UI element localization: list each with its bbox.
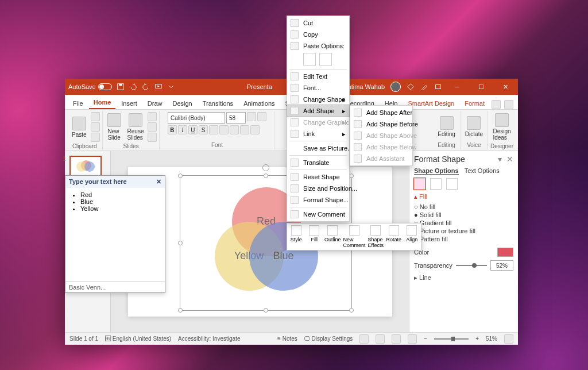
ctx-change-shape[interactable]: Change Shape▸ (287, 94, 349, 105)
ctx-save-as-picture[interactable]: Save as Picture... (287, 142, 349, 154)
reading-view-icon[interactable] (392, 334, 401, 344)
toggle-off-icon[interactable] (98, 83, 112, 90)
reset-icon[interactable] (148, 122, 157, 132)
resize-handle[interactable] (349, 308, 354, 313)
pen-icon[interactable] (420, 83, 428, 91)
status-language[interactable]: 🅊 English (United States) (105, 336, 171, 342)
effects-icon[interactable] (430, 178, 442, 190)
tab-home[interactable]: Home (89, 97, 116, 109)
save-icon[interactable] (117, 83, 125, 91)
ribbon-display-icon[interactable] (434, 83, 442, 91)
size-properties-icon[interactable] (446, 178, 458, 190)
paste-option-1[interactable] (303, 53, 316, 65)
underline-button[interactable]: U (188, 125, 198, 134)
mini-outline-button[interactable]: Outline (323, 223, 342, 250)
fit-to-window-icon[interactable] (504, 334, 513, 344)
close-button[interactable]: ✕ (496, 79, 514, 95)
layout-icon[interactable] (148, 112, 157, 121)
change-case-icon[interactable] (230, 125, 239, 134)
comments-button[interactable] (504, 100, 513, 109)
ctx-add-shape[interactable]: Add Shape▸ (287, 105, 349, 117)
transparency-spinbox[interactable]: 52% (490, 260, 513, 271)
dictate-button[interactable]: Dictate (463, 115, 485, 138)
transparency-slider[interactable] (456, 265, 487, 266)
fill-line-icon[interactable] (414, 178, 425, 190)
sorter-view-icon[interactable] (376, 334, 385, 344)
line-section-header[interactable]: ▸ Line (414, 274, 513, 282)
diamond-icon[interactable] (407, 83, 415, 91)
ctx-cut[interactable]: Cut (287, 17, 349, 29)
list-item[interactable]: Yellow (80, 205, 159, 212)
ctx-font[interactable]: Font... (287, 82, 349, 94)
ctx-translate[interactable]: Translate (287, 157, 349, 168)
mini-style-button[interactable]: Style (287, 223, 305, 250)
fill-radio-picture[interactable]: ○ Picture or texture fill (414, 227, 513, 235)
tab-animations[interactable]: Animations (239, 98, 279, 109)
font-size-combo[interactable]: 58 (226, 112, 246, 124)
ctx-format-shape[interactable]: Format Shape... (287, 194, 349, 206)
cut-icon[interactable] (91, 112, 100, 121)
tab-draw[interactable]: Draw (143, 98, 167, 109)
minimize-button[interactable]: ─ (448, 79, 466, 95)
font-name-combo[interactable]: Calibri (Body) (168, 112, 225, 124)
mini-comment-button[interactable]: New Comment (342, 223, 367, 250)
resize-handle[interactable] (178, 174, 183, 178)
editing-button[interactable]: Editing (435, 115, 458, 138)
ctx-reset-shape[interactable]: Reset Shape (287, 171, 349, 183)
copy-icon[interactable] (91, 122, 100, 132)
resize-handle[interactable] (178, 308, 183, 313)
text-pane-close-icon[interactable]: ✕ (156, 178, 161, 186)
resize-handle[interactable] (264, 308, 268, 313)
maximize-button[interactable]: ☐ (472, 79, 490, 95)
paste-option-2[interactable] (319, 53, 332, 65)
list-item[interactable]: Blue (80, 198, 159, 205)
mini-align-button[interactable]: Align (403, 223, 420, 250)
pane-close-icon[interactable]: ✕ (506, 155, 513, 164)
status-slide-count[interactable]: Slide 1 of 1 (69, 336, 98, 342)
slide-thumbnail[interactable] (69, 156, 102, 176)
paste-button[interactable]: Paste (69, 115, 89, 139)
fill-radio-gradient[interactable]: ○ Gradient fill (414, 219, 513, 227)
autosave-toggle[interactable]: AutoSave (68, 83, 112, 90)
zoom-level[interactable]: 51% (486, 336, 497, 342)
mini-fill-button[interactable]: Fill (305, 223, 323, 250)
fill-radio-solid[interactable]: ● Solid fill (414, 211, 513, 219)
resize-handle[interactable] (178, 241, 183, 245)
reuse-slides-button[interactable]: Reuse Slides (125, 112, 146, 142)
italic-button[interactable]: I (178, 125, 187, 134)
resize-handle[interactable] (264, 174, 268, 178)
ctx-edit-text[interactable]: Edit Text (287, 71, 349, 82)
ctx-new-comment[interactable]: New Comment (287, 209, 349, 220)
user-avatar[interactable] (390, 82, 401, 92)
sub-add-before[interactable]: Add Shape Before (350, 118, 412, 130)
tab-design[interactable]: Design (168, 98, 196, 109)
list-item[interactable]: Red (80, 191, 159, 198)
normal-view-icon[interactable] (359, 334, 369, 344)
fill-radio-no[interactable]: ○ No fill (414, 203, 513, 211)
strike-button[interactable]: S (199, 125, 208, 134)
text-options-tab[interactable]: Text Options (465, 167, 500, 175)
ctx-size-position[interactable]: Size and Position... (287, 183, 349, 194)
bold-button[interactable]: B (168, 125, 177, 134)
zoom-in-button[interactable]: + (475, 336, 479, 342)
highlight-icon[interactable] (240, 125, 249, 134)
ctx-link[interactable]: Link▸ (287, 128, 349, 140)
tab-file[interactable]: File (68, 98, 88, 109)
redo-icon[interactable] (142, 83, 150, 91)
qat-dropdown-icon[interactable] (167, 83, 175, 91)
fill-radio-pattern[interactable]: ○ Pattern fill (414, 235, 513, 243)
text-pane-body[interactable]: Red Blue Yellow (65, 188, 165, 282)
shape-options-tab[interactable]: Shape Options (414, 167, 459, 175)
tab-transitions[interactable]: Transitions (198, 98, 238, 109)
tab-format[interactable]: Format (460, 98, 489, 109)
section-icon[interactable] (148, 133, 157, 142)
slideshow-icon[interactable] (154, 83, 163, 91)
sub-add-after[interactable]: Add Shape After (350, 107, 412, 118)
new-slide-button[interactable]: New Slide (105, 112, 123, 142)
status-notes[interactable]: ≡ Notes (277, 336, 297, 342)
undo-icon[interactable] (129, 83, 137, 91)
ctx-copy[interactable]: Copy (287, 29, 349, 40)
grow-font-icon[interactable] (247, 112, 256, 121)
mini-rotate-button[interactable]: Rotate (385, 223, 403, 250)
char-spacing-icon[interactable] (219, 125, 229, 134)
